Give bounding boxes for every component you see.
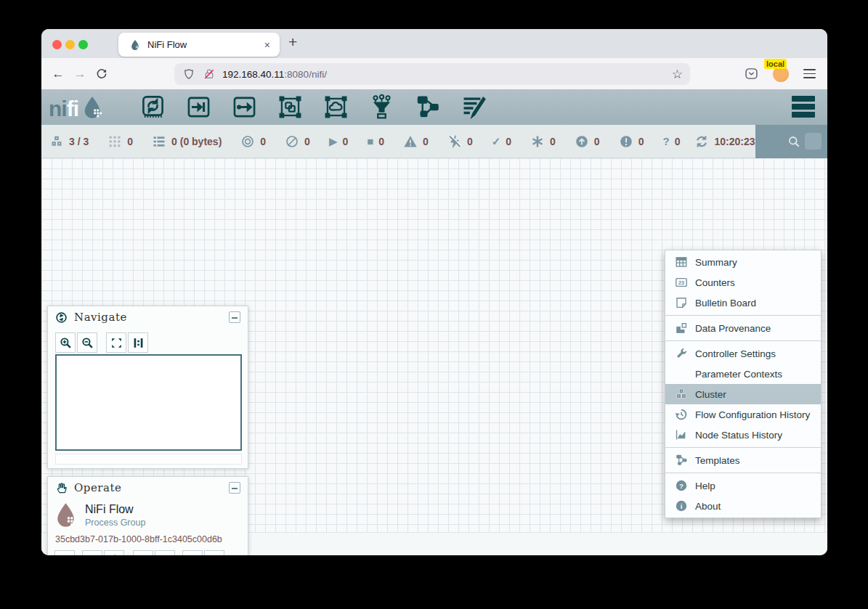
not-transmitting-count: 0 bbox=[285, 134, 310, 149]
forward-button[interactable]: → bbox=[69, 67, 91, 81]
component-palette bbox=[139, 94, 487, 120]
global-menu-button[interactable] bbox=[792, 96, 815, 118]
enable-button[interactable] bbox=[82, 550, 102, 555]
menu-item-templates[interactable]: Templates bbox=[665, 450, 821, 470]
menu-item-bulletin-board[interactable]: Bulletin Board bbox=[665, 293, 821, 313]
collapse-operate-button[interactable] bbox=[229, 482, 240, 494]
stopped-count: ■ 0 bbox=[367, 135, 384, 147]
reload-button[interactable] bbox=[91, 68, 113, 80]
menu-item-cluster[interactable]: Cluster bbox=[665, 384, 821, 404]
nifi-drop-icon bbox=[80, 95, 105, 120]
upload-template-button[interactable] bbox=[204, 550, 224, 555]
process-group-drop-icon bbox=[52, 502, 79, 528]
operate-palette: Operate NiFi Flow Process Group 35cbd3b7… bbox=[47, 476, 248, 555]
insecure-lock-icon[interactable] bbox=[203, 68, 215, 80]
navigate-header[interactable]: Navigate bbox=[48, 306, 248, 328]
stop-button[interactable] bbox=[155, 550, 175, 555]
zoom-out-button[interactable] bbox=[77, 332, 97, 353]
disabled-count: 0 bbox=[447, 134, 473, 149]
selection-type: Process Group bbox=[85, 518, 145, 528]
transmitting-icon bbox=[240, 134, 255, 149]
menu-item-node-status-history[interactable]: Node Status History bbox=[665, 425, 821, 445]
minimize-window-button[interactable] bbox=[65, 40, 75, 49]
node-status-history-icon bbox=[675, 428, 688, 441]
close-window-button[interactable] bbox=[52, 40, 62, 49]
zoom-window-button[interactable] bbox=[78, 40, 88, 49]
birdseye-outline bbox=[55, 454, 242, 465]
up-to-date-icon: ✓ bbox=[492, 135, 501, 148]
refresh-icon[interactable] bbox=[694, 134, 709, 149]
zoom-actual-size-button[interactable] bbox=[128, 332, 148, 353]
collapse-navigate-button[interactable] bbox=[229, 311, 240, 323]
operate-header[interactable]: Operate bbox=[48, 477, 248, 499]
menu-item-parameter-contexts[interactable]: Parameter Contexts bbox=[665, 364, 821, 384]
sync-failure-count: ? 0 bbox=[662, 135, 680, 147]
url-bar[interactable]: 192.168.40.11:8080/nifi/ ☆ bbox=[174, 63, 690, 85]
navigate-palette: Navigate bbox=[47, 306, 248, 469]
zoom-in-button[interactable] bbox=[55, 332, 76, 353]
cluster-count: 3 / 3 bbox=[69, 136, 89, 147]
close-tab-icon[interactable]: × bbox=[264, 39, 270, 51]
menu-item-about[interactable]: About bbox=[665, 496, 821, 516]
birdseye-minimap[interactable] bbox=[55, 354, 242, 451]
search-button[interactable] bbox=[805, 133, 822, 150]
menu-divider bbox=[665, 447, 821, 448]
navigate-title: Navigate bbox=[74, 311, 229, 324]
menu-item-counters[interactable]: 23 Counters bbox=[665, 272, 821, 293]
tab-title: NiFi Flow bbox=[147, 39, 264, 50]
firefox-menu-button[interactable] bbox=[803, 69, 816, 78]
input-port-icon[interactable] bbox=[185, 94, 212, 120]
zoom-fit-button[interactable] bbox=[106, 332, 126, 353]
create-template-button[interactable] bbox=[182, 550, 203, 555]
logo-fi: fi bbox=[67, 98, 78, 120]
zoom-out-icon bbox=[81, 336, 94, 350]
funnel-icon[interactable] bbox=[368, 94, 395, 120]
locally-modified-icon bbox=[530, 134, 545, 149]
new-tab-button[interactable]: + bbox=[288, 33, 297, 51]
menu-item-summary[interactable]: Summary bbox=[665, 252, 821, 272]
remote-process-group-icon[interactable] bbox=[323, 94, 349, 120]
process-group-icon[interactable] bbox=[277, 94, 304, 120]
menu-item-help[interactable]: Help bbox=[665, 475, 821, 496]
menu-divider bbox=[665, 473, 821, 473]
selection-summary: NiFi Flow Process Group bbox=[52, 502, 248, 528]
menu-item-data-provenance[interactable]: Data Provenance bbox=[665, 318, 821, 338]
nifi-logo: nifi bbox=[49, 95, 105, 120]
menu-divider bbox=[665, 315, 821, 316]
queued-icon bbox=[152, 134, 166, 149]
configure-button[interactable] bbox=[54, 550, 75, 555]
stopped-icon: ■ bbox=[367, 135, 373, 147]
logo-ni: ni bbox=[49, 98, 67, 120]
start-button[interactable] bbox=[133, 550, 153, 555]
url-text[interactable]: 192.168.40.11:8080/nifi/ bbox=[222, 69, 672, 80]
help-icon bbox=[675, 479, 688, 492]
menu-item-controller-settings[interactable]: Controller Settings bbox=[665, 343, 821, 364]
pocket-icon[interactable] bbox=[745, 67, 758, 81]
disabled-icon bbox=[447, 134, 462, 149]
threads-icon bbox=[108, 134, 122, 149]
transmitting-count: 0 bbox=[240, 134, 266, 149]
menu-divider bbox=[665, 340, 821, 341]
flow-config-history-icon bbox=[675, 408, 688, 421]
label-icon[interactable] bbox=[460, 94, 487, 120]
running-count: ▶ 0 bbox=[329, 135, 348, 148]
navigate-icon bbox=[55, 311, 68, 324]
search-icon[interactable] bbox=[787, 135, 800, 148]
back-button[interactable]: ← bbox=[47, 67, 69, 81]
bolt-slash-icon bbox=[108, 554, 121, 555]
actual-size-icon bbox=[131, 336, 145, 350]
output-port-icon[interactable] bbox=[231, 94, 258, 120]
bookmark-star-icon[interactable]: ☆ bbox=[672, 67, 683, 82]
processor-icon[interactable] bbox=[139, 94, 166, 120]
disable-button[interactable] bbox=[104, 550, 124, 555]
browser-navbar: ← → 192.168.40.11:8080/nifi/ ☆ l bbox=[41, 58, 827, 89]
profile-avatar[interactable]: local bbox=[773, 66, 789, 82]
navigate-controls bbox=[55, 332, 248, 353]
menu-item-flow-configuration-history[interactable]: Flow Configuration History bbox=[665, 404, 821, 425]
locally-modified-stale-icon bbox=[619, 134, 633, 149]
shield-icon[interactable] bbox=[183, 68, 195, 80]
gear-icon bbox=[58, 554, 72, 556]
template-icon[interactable] bbox=[414, 94, 441, 120]
flow-canvas[interactable]: Navigate Operate bbox=[41, 158, 827, 532]
browser-tab[interactable]: NiFi Flow × bbox=[118, 33, 280, 57]
